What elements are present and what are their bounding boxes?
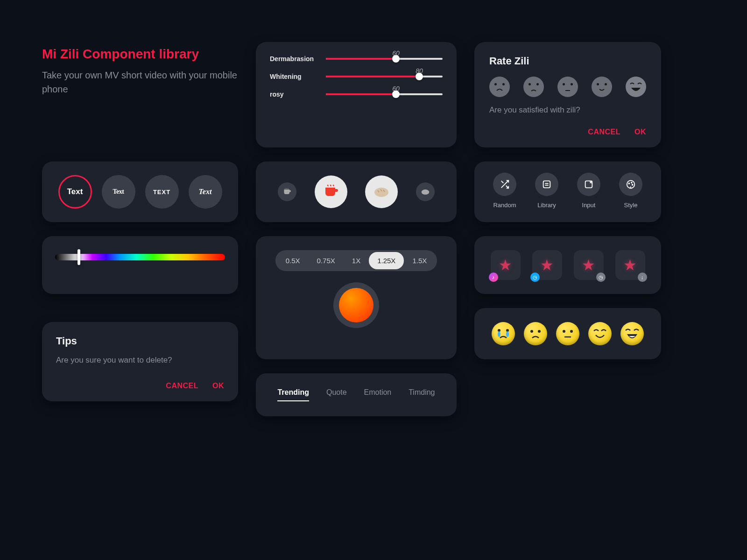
- slider-label: Whitening: [270, 73, 326, 80]
- speed-0-5x[interactable]: 0.5X: [277, 252, 309, 269]
- style-icon: [626, 179, 636, 189]
- effect-item[interactable]: ★↓: [615, 250, 645, 280]
- action-label: Library: [537, 202, 556, 209]
- svg-point-13: [498, 331, 500, 337]
- text-style-condensed[interactable]: Text: [102, 175, 135, 209]
- text-style-italic[interactable]: Text: [189, 175, 222, 209]
- emoji-neutral[interactable]: [556, 322, 579, 345]
- random-button[interactable]: Random: [493, 173, 516, 211]
- input-icon: [584, 179, 594, 189]
- slider-label: rosy: [270, 91, 326, 98]
- star-icon: ★: [623, 256, 637, 274]
- effect-item[interactable]: ★◷: [574, 250, 604, 280]
- tips-title: Tips: [56, 335, 224, 347]
- tab-timding[interactable]: Timding: [409, 388, 435, 401]
- rate-face-laughing[interactable]: [626, 77, 646, 97]
- emoji-laughing[interactable]: [620, 322, 644, 345]
- rate-title: Rate Zili: [489, 55, 646, 67]
- library-icon: [542, 179, 552, 189]
- tab-quote[interactable]: Quote: [326, 388, 347, 401]
- tabs-card: Trending Quote Emotion Timding: [256, 373, 457, 416]
- style-button[interactable]: Style: [619, 173, 642, 211]
- speed-1-25x[interactable]: 1.25X: [369, 252, 404, 269]
- svg-point-14: [506, 331, 509, 337]
- cup-icon[interactable]: [278, 182, 296, 201]
- clock-icon: ◷: [530, 273, 540, 282]
- svg-point-10: [632, 184, 633, 185]
- svg-point-16: [538, 330, 541, 333]
- color-slider-card: [42, 236, 238, 294]
- star-icon: ★: [582, 256, 595, 274]
- download-icon: ↓: [638, 273, 647, 282]
- page-title: Mi Zili Component library: [42, 47, 238, 62]
- speed-1-5x[interactable]: 1.5X: [404, 252, 435, 269]
- action-label: Input: [582, 202, 596, 209]
- emoji-sad[interactable]: [524, 322, 547, 345]
- emoji-happy[interactable]: [588, 322, 612, 345]
- ok-button[interactable]: OK: [634, 128, 646, 136]
- ok-button[interactable]: OK: [212, 382, 224, 390]
- rate-face-sad[interactable]: [523, 77, 544, 97]
- speed-0-75x[interactable]: 0.75X: [309, 252, 344, 269]
- speed-record-card: 0.5X 0.75X 1X 1.25X 1.5X: [256, 236, 457, 359]
- page-header: Mi Zili Component library Take your own …: [42, 42, 238, 147]
- action-label: Random: [493, 202, 516, 209]
- record-button[interactable]: [339, 288, 374, 322]
- library-button[interactable]: Library: [535, 173, 558, 211]
- star-icon: ★: [540, 256, 554, 274]
- rosy-slider[interactable]: 60: [326, 93, 443, 95]
- tab-trending[interactable]: Trending: [277, 388, 309, 401]
- bread-icon[interactable]: [416, 182, 435, 201]
- action-buttons-card: Random Library Input Style: [474, 161, 661, 222]
- music-icon: ♪: [489, 273, 498, 282]
- star-icon: ★: [499, 256, 512, 274]
- svg-point-18: [570, 330, 573, 333]
- cancel-button[interactable]: CANCEL: [588, 128, 620, 136]
- rate-dialog: Rate Zili Are you satisfied with zili? C…: [474, 42, 661, 147]
- svg-point-8: [628, 183, 629, 184]
- text-style-normal[interactable]: Text: [58, 175, 92, 209]
- emoji-crying[interactable]: [492, 322, 515, 345]
- svg-rect-3: [543, 181, 550, 188]
- dermabrasion-slider[interactable]: 60: [326, 58, 443, 60]
- svg-point-9: [631, 182, 632, 183]
- color-slider[interactable]: [55, 254, 225, 260]
- text-style-picker: Text Text TEXT Text: [42, 161, 238, 222]
- clock-icon: ◷: [596, 273, 606, 282]
- cancel-button[interactable]: CANCEL: [166, 382, 198, 390]
- rate-face-happy[interactable]: [592, 77, 612, 97]
- svg-point-2: [421, 189, 429, 195]
- bread-icon[interactable]: [365, 175, 398, 208]
- rate-face-neutral[interactable]: [557, 77, 578, 97]
- svg-point-1: [374, 188, 388, 197]
- rate-question: Are you satisfied with zili?: [489, 105, 646, 115]
- effect-item[interactable]: ★◷: [532, 250, 562, 280]
- input-button[interactable]: Input: [577, 173, 600, 211]
- action-label: Style: [624, 202, 638, 209]
- effects-card: ★♪ ★◷ ★◷ ★↓: [474, 236, 661, 294]
- rate-face-crying[interactable]: [489, 77, 510, 97]
- icon-scale-card: [256, 161, 457, 222]
- svg-point-17: [563, 330, 565, 333]
- cup-icon[interactable]: [315, 175, 347, 208]
- text-style-bold[interactable]: TEXT: [145, 175, 179, 209]
- emoji-card: [474, 308, 661, 359]
- speed-segmented: 0.5X 0.75X 1X 1.25X 1.5X: [275, 250, 437, 271]
- svg-point-15: [530, 330, 533, 333]
- effect-item[interactable]: ★♪: [491, 250, 521, 280]
- tips-question: Are you sure you want to delete?: [56, 356, 224, 365]
- page-subtitle: Take your own MV short video with your m…: [42, 68, 238, 96]
- speed-1x[interactable]: 1X: [344, 252, 369, 269]
- shuffle-icon: [500, 179, 510, 189]
- tips-dialog: Tips Are you sure you want to delete? CA…: [42, 322, 238, 401]
- beauty-sliders-card: Dermabrasion 60 Whitening 80 rosy 60: [256, 42, 457, 147]
- slider-label: Dermabrasion: [270, 55, 326, 63]
- tab-emotion[interactable]: Emotion: [364, 388, 392, 401]
- whitening-slider[interactable]: 80: [326, 76, 443, 77]
